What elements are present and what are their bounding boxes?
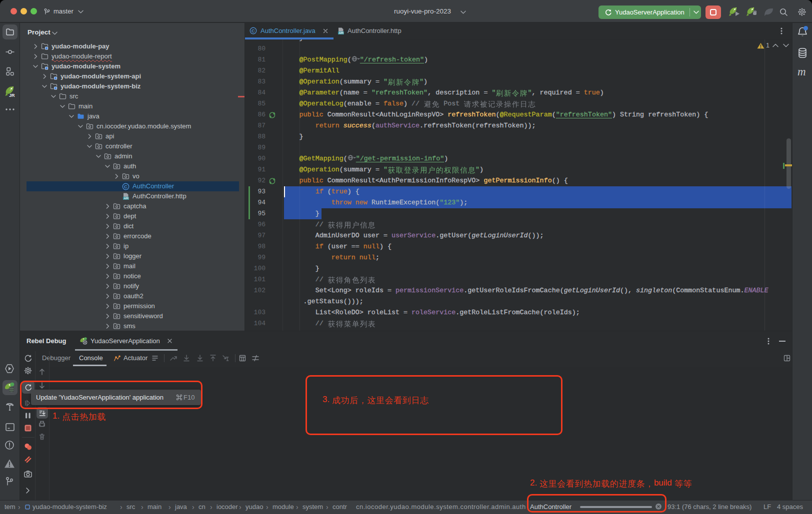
svg-text:C: C xyxy=(124,184,128,189)
svg-text:JR: JR xyxy=(9,93,15,98)
svg-text:API: API xyxy=(124,197,128,200)
svg-text:API: API xyxy=(338,31,344,34)
svg-text:C: C xyxy=(252,28,255,33)
